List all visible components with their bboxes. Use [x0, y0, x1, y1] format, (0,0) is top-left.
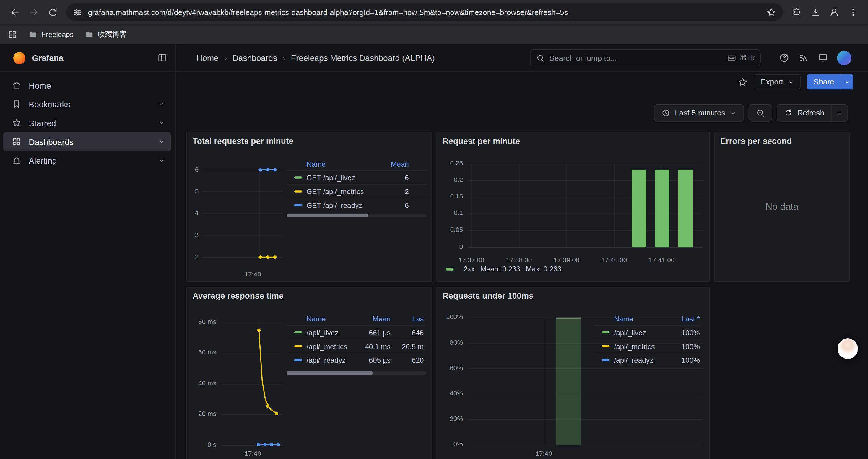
address-bar[interactable]: grafana.mathmast.com/d/deytv4rwavabkb/fr…	[66, 3, 783, 21]
scrollbar-thumb[interactable]	[286, 214, 368, 218]
panel-total-requests-per-minute: Total requests per minute 6 5 4 3 2 17:4…	[186, 132, 432, 282]
series-name[interactable]: /api/_livez	[614, 328, 669, 336]
gridline	[221, 415, 283, 415]
legend-row: /api/_metrics 40.1 ms 20.5 m	[286, 339, 425, 353]
apps-button[interactable]	[8, 30, 17, 39]
sidebar-item-label: Home	[29, 80, 51, 90]
site-info-icon[interactable]	[73, 7, 83, 17]
gridline	[544, 318, 545, 445]
series-name[interactable]: GET /api/_livez	[306, 173, 378, 182]
legend-header-last[interactable]: Las	[391, 315, 424, 323]
bookmark-folder-blogs[interactable]: 收藏博客	[85, 29, 126, 39]
user-avatar[interactable]	[837, 51, 851, 65]
gridline	[468, 180, 703, 181]
rss-icon	[798, 53, 809, 63]
series-swatch	[602, 345, 610, 347]
x-tick: 17:38:00	[500, 256, 538, 264]
series-mean: 2	[378, 187, 409, 196]
time-range-picker[interactable]: Last 5 minutes	[654, 104, 744, 122]
series-last: 646	[391, 328, 424, 336]
export-button[interactable]: Export	[754, 74, 800, 90]
bookmark-folder-freeleaps[interactable]: Freeleaps	[28, 30, 73, 39]
reload-button[interactable]	[43, 3, 62, 22]
search-input[interactable]: Search or jump to... ⌘+k	[530, 49, 761, 66]
help-button[interactable]	[779, 53, 789, 63]
series-mean: 6	[378, 201, 409, 209]
gridline	[203, 257, 283, 258]
folder-icon	[28, 30, 37, 39]
forward-button[interactable]	[24, 3, 43, 22]
series-name[interactable]: GET /api/_metrics	[306, 187, 378, 196]
sidebar-item-alerting[interactable]: Alerting	[3, 151, 171, 170]
share-menu-button[interactable]	[841, 74, 853, 90]
legend-row: GET /api/_livez 6	[286, 170, 427, 184]
breadcrumb: Home › Dashboards › Freeleaps Metrics Da…	[196, 44, 435, 71]
gridline	[468, 197, 703, 198]
breadcrumb-home[interactable]: Home	[196, 53, 219, 63]
gridline	[221, 323, 283, 323]
share-label: Share	[814, 77, 834, 86]
news-button[interactable]	[798, 53, 809, 63]
legend-header-name[interactable]: Name	[294, 160, 378, 168]
y-tick: 60 ms	[194, 349, 216, 356]
bookmark-folder-label: Freeleaps	[41, 30, 73, 38]
y-tick: 0.2	[441, 176, 463, 184]
back-button[interactable]	[6, 3, 25, 22]
chevron-down-icon[interactable]	[158, 100, 165, 108]
series-name[interactable]: /api/_readyz	[306, 356, 359, 364]
gridline	[259, 167, 260, 260]
gridline	[221, 353, 283, 354]
y-tick: 0	[441, 243, 463, 251]
browser-menu-button[interactable]	[844, 3, 863, 22]
series-name[interactable]: /api/_metrics	[306, 342, 359, 350]
profile-button[interactable]	[825, 3, 844, 22]
legend-header-name[interactable]: Name	[294, 315, 359, 323]
refresh-button[interactable]: Refresh	[777, 104, 831, 121]
sidebar-item-home[interactable]: Home	[3, 76, 171, 95]
series-name[interactable]: 2xx	[464, 265, 475, 273]
y-tick: 0.15	[441, 193, 463, 200]
legend-header-mean[interactable]: Mean	[378, 160, 409, 168]
series-name[interactable]: /api/_readyz	[614, 356, 669, 364]
downloads-button[interactable]	[806, 3, 825, 22]
series-swatch	[294, 359, 302, 361]
sidebar-item-bookmarks[interactable]: Bookmarks	[3, 95, 171, 113]
series-last: 20.5 m	[391, 342, 424, 350]
series-last: 620	[391, 356, 424, 364]
series-mean: 605 µs	[359, 356, 391, 364]
series-name[interactable]: /api/_metrics	[614, 342, 669, 350]
refresh-interval-button[interactable]	[831, 104, 847, 121]
chevron-down-icon[interactable]	[158, 119, 165, 127]
breadcrumb-dashboards[interactable]: Dashboards	[232, 53, 277, 63]
question-icon	[779, 53, 789, 63]
share-button[interactable]: Share	[807, 74, 841, 90]
sidebar-item-dashboards[interactable]: Dashboards	[3, 132, 171, 151]
legend-table: Name Mean Las /api/_livez 661 µs 646 /ap…	[286, 312, 425, 366]
series-name[interactable]: /api/_livez	[306, 328, 359, 336]
bookmark-star-icon[interactable]	[766, 7, 776, 17]
y-tick: 20%	[441, 415, 463, 422]
legend-row: /api/_readyz 605 µs 620	[286, 353, 425, 367]
sidebar-item-starred[interactable]: Starred	[3, 113, 171, 132]
legend-header-mean[interactable]: Mean	[359, 315, 391, 323]
display-button[interactable]	[818, 53, 829, 63]
scrollbar-thumb[interactable]	[286, 371, 373, 375]
favorite-dashboard-button[interactable]	[737, 76, 748, 87]
monitor-icon	[818, 53, 829, 63]
zoom-out-button[interactable]	[748, 104, 772, 122]
legend-header-last[interactable]: Last *	[670, 315, 700, 323]
search-placeholder: Search or jump to...	[549, 54, 722, 62]
y-tick: 80%	[441, 338, 463, 346]
legend-header-name[interactable]: Name	[602, 315, 669, 323]
grafana-logo	[13, 52, 25, 64]
chevron-down-icon[interactable]	[158, 157, 165, 164]
sidebar-collapse-button[interactable]	[157, 53, 168, 63]
extensions-button[interactable]	[787, 3, 806, 22]
export-label: Export	[761, 77, 783, 86]
axis-line	[468, 247, 703, 248]
home-icon	[11, 80, 22, 90]
assistant-avatar[interactable]	[838, 338, 858, 359]
series-name[interactable]: GET /api/_readyz	[306, 201, 378, 209]
gridline	[468, 368, 703, 369]
chevron-down-icon[interactable]	[158, 138, 165, 145]
